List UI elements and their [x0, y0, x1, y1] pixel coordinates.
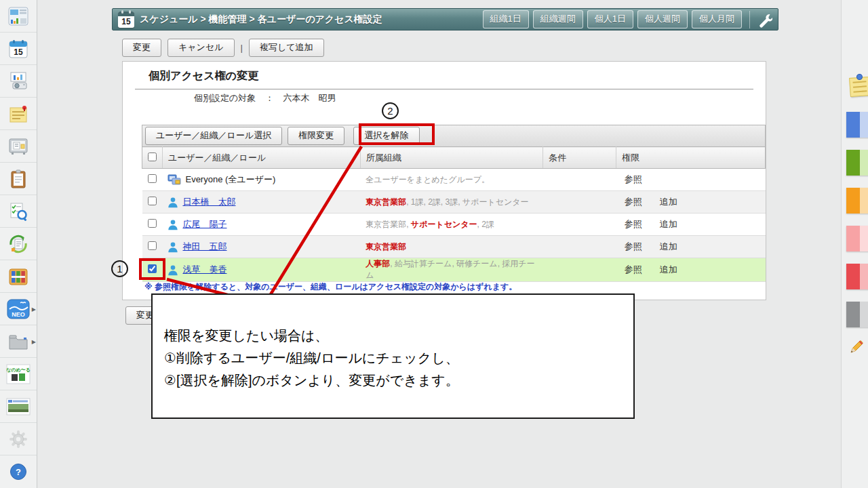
condition-cell — [543, 236, 616, 258]
sidebar-item-neo[interactable]: NEO ▶ — [0, 293, 37, 325]
view-personal-week-button[interactable]: 個人週間 — [637, 10, 688, 28]
row-checkbox[interactable] — [148, 174, 157, 183]
perm-view: 参照 — [625, 174, 642, 184]
user-link[interactable]: 神田 五郎 — [182, 241, 226, 253]
perm-add: 追加 — [660, 241, 677, 251]
screen: 15 — [0, 0, 868, 488]
photo-banner-icon — [6, 398, 31, 415]
user-icon — [167, 241, 178, 253]
tab-gray[interactable] — [846, 302, 868, 327]
view-org-day-button[interactable]: 組織1日 — [483, 10, 529, 28]
org-text: , 2課 — [477, 220, 494, 229]
svg-text:NEO: NEO — [12, 311, 25, 318]
callout-line: ①削除するユーザー/組織/ロールにチェックし、 — [164, 347, 627, 369]
org-highlight: サポートセンター — [411, 220, 477, 229]
perm-add: 追加 — [660, 197, 677, 207]
app-header: 15 スケジュール > 機能管理 > 各ユーザーのアクセス権設定 組織1日 組織… — [112, 8, 778, 30]
sidebar-item-help[interactable]: ? — [0, 455, 37, 488]
view-personal-month-button[interactable]: 個人月間 — [692, 10, 742, 28]
divider — [749, 11, 750, 28]
change-button[interactable]: 変更 — [122, 39, 161, 57]
button-separator: | — [241, 43, 243, 53]
row-checkbox[interactable] — [148, 241, 157, 250]
pencil-icon[interactable] — [848, 338, 866, 355]
breadcrumb: スケジュール > 機能管理 > 各ユーザーのアクセス権設定 — [140, 14, 479, 26]
sidebar-item-bulletin[interactable] — [0, 130, 37, 163]
cancel-button[interactable]: キャンセル — [167, 39, 235, 57]
svg-text:?: ? — [16, 467, 21, 477]
row-checkbox[interactable] — [148, 264, 157, 273]
clipboard-icon — [9, 169, 28, 188]
table-row-user-selected: 浅草 美香 人事部, 給与計算チーム, 研修チーム, 採用チーム 参照追加 — [142, 258, 766, 282]
condition-cell — [543, 258, 616, 282]
sidebar-item-schedule[interactable]: 15 — [0, 33, 37, 65]
user-icon — [167, 219, 178, 230]
sidebar-item-photo-banner[interactable] — [0, 390, 37, 423]
condition-cell — [543, 191, 616, 214]
select-all-checkbox[interactable] — [148, 152, 157, 161]
table-row-user: 神田 五郎 東京営業部 参照追加 — [142, 236, 766, 258]
svg-text:なのめ〜る: なのめ〜る — [6, 367, 31, 373]
user-icon — [167, 264, 178, 276]
sidebar-item-workflow[interactable] — [0, 228, 37, 260]
col-header-name: ユーザー／組織／ロール — [162, 147, 360, 169]
sidebar-item-settings[interactable] — [0, 423, 37, 455]
tab-blue[interactable] — [846, 112, 868, 138]
user-link[interactable]: 広尾 陽子 — [182, 218, 226, 230]
row-checkbox[interactable] — [148, 219, 157, 228]
callout-line: ②[選択を解除]のボタンより、変更ができます。 — [164, 369, 627, 392]
condition-cell — [543, 169, 616, 191]
tab-green[interactable] — [846, 150, 868, 176]
sidebar-item-portal[interactable] — [0, 0, 37, 33]
memo-icon — [8, 104, 28, 123]
sidebar-item-survey[interactable] — [0, 195, 37, 228]
folder-icon — [7, 332, 29, 351]
user-link[interactable]: 日本橋 太郎 — [182, 196, 235, 208]
sidebar-item-memo[interactable] — [0, 98, 37, 130]
app-sidebar: 15 — [0, 0, 37, 488]
sidebar-item-presentation[interactable] — [0, 65, 37, 98]
org-highlight: 人事部 — [366, 259, 390, 268]
sidebar-item-folder[interactable]: ▶ — [0, 325, 37, 358]
target-separator: ： — [265, 93, 274, 103]
sidebar-item-cabinet[interactable] — [0, 260, 37, 293]
sidebar-item-nanome[interactable]: なのめ〜る — [0, 358, 37, 390]
tab-red[interactable] — [846, 264, 868, 289]
target-label: 個別設定の対象 — [194, 93, 256, 103]
org-text: 東京営業部, — [366, 220, 411, 229]
perm-add: 追加 — [660, 264, 677, 274]
presentation-icon — [8, 72, 28, 91]
sidebar-item-report[interactable] — [0, 163, 37, 195]
row-name: Everyone (全ユーザー) — [185, 174, 275, 186]
row-checkbox[interactable] — [148, 197, 157, 205]
tab-orange[interactable] — [846, 188, 868, 214]
perm-change-button[interactable]: 権限変更 — [288, 127, 344, 145]
org-text: , 1課, 2課, 3課, サポートセンター — [406, 197, 528, 207]
perm-view: 参照 — [625, 197, 642, 207]
perm-view: 参照 — [625, 264, 642, 274]
neo-icon: NEO — [7, 299, 30, 319]
user-link[interactable]: 浅草 美香 — [182, 264, 226, 276]
copy-add-button[interactable]: 複写して追加 — [249, 39, 324, 57]
top-action-row: 変更 キャンセル | 複写して追加 — [122, 39, 324, 57]
reference-note: ※ 参照権限を解除すると、対象のユーザー、組織、ロールはアクセス権設定の対象から… — [144, 281, 517, 293]
view-personal-day-button[interactable]: 個人1日 — [587, 10, 633, 28]
expand-arrow-icon[interactable]: ▶ — [32, 306, 36, 312]
schedule-calendar-icon: 15 — [118, 12, 134, 28]
tab-pink[interactable] — [846, 226, 868, 251]
wrench-icon[interactable] — [756, 12, 772, 28]
table-row-user: 日本橋 太郎 東京営業部, 1課, 2課, 3課, サポートセンター 参照追加 — [142, 191, 766, 214]
org-highlight: 東京営業部 — [366, 242, 406, 251]
callout-line: 権限を変更したい場合は、 — [164, 325, 627, 347]
deselect-button[interactable]: 選択を解除 — [353, 127, 419, 145]
col-header-org: 所属組織 — [360, 147, 543, 169]
instruction-callout: 権限を変更したい場合は、 ①削除するユーザー/組織/ロールにチェックし、 ②[選… — [151, 293, 635, 419]
view-org-week-button[interactable]: 組織週間 — [533, 10, 583, 28]
perm-add: 追加 — [660, 219, 677, 229]
table-row-everyone: Everyone (全ユーザー) 全ユーザーをまとめたグループ。 参照 — [142, 169, 766, 191]
org-highlight: 東京営業部 — [366, 197, 406, 207]
schedule-calendar-icon: 15 — [9, 39, 28, 58]
memo-note-icon[interactable] — [849, 77, 868, 97]
expand-arrow-icon[interactable]: ▶ — [32, 338, 36, 344]
select-user-org-role-button[interactable]: ユーザー／組織／ロール選択 — [145, 127, 282, 145]
